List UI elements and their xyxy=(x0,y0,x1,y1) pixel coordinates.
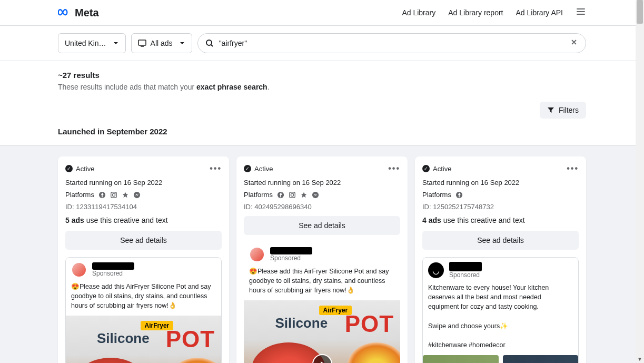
scroll-thumb[interactable] xyxy=(637,0,643,24)
pot-text: POT xyxy=(166,326,215,352)
ad-card: ✓ Active ••• Started running on 16 Sep 2… xyxy=(415,156,586,363)
nav-ad-library[interactable]: Ad Library xyxy=(402,8,435,17)
ad-preview: ◡ Sponsored Kitchenware to every house! … xyxy=(422,257,579,363)
filters-label: Filters xyxy=(559,106,579,114)
started-running: Started running on 16 Sep 2022 xyxy=(244,179,400,187)
advertiser-row: Sponsored xyxy=(66,258,221,282)
search-input[interactable] xyxy=(214,39,570,47)
ad-creative-image: AirFryer Silicone POT xyxy=(66,316,221,363)
advertiser-avatar: ◡ xyxy=(428,262,444,278)
advertiser-avatar xyxy=(71,262,87,278)
silicone-text: Silicone xyxy=(97,330,150,347)
check-icon: ✓ xyxy=(422,165,430,172)
svg-rect-8 xyxy=(290,192,295,198)
facebook-icon xyxy=(455,191,463,199)
status-text: Active xyxy=(433,165,451,173)
creative-count: 5 ads use this creative and text xyxy=(65,216,222,224)
filters-row: Filters xyxy=(0,96,644,124)
country-selector[interactable]: United Kin… xyxy=(58,33,126,53)
audience-network-icon xyxy=(300,191,308,199)
ad-id: ID: 1250252175748732 xyxy=(422,203,579,211)
ad-creative-carousel[interactable]: Best Selling Kitchenware Best Selling Ki… xyxy=(423,355,578,363)
ad-text-line: Swipe and choose yours✨ xyxy=(428,321,573,331)
carousel-tile[interactable]: Best Selling Kitchenware xyxy=(503,355,579,363)
filter-icon xyxy=(547,106,554,114)
chevron-down-icon xyxy=(113,40,119,46)
ad-creative-image: AirFryer Silicone POT xyxy=(244,300,400,363)
creative-count-num: 5 ads xyxy=(65,216,84,224)
carousel-tile[interactable]: Best Selling Kitchenware xyxy=(423,355,499,363)
instagram-icon xyxy=(289,191,296,199)
advertiser-row: Sponsored xyxy=(244,242,400,267)
sponsored-label: Sponsored xyxy=(270,254,312,262)
search-row: United Kin… All ads xyxy=(0,25,644,61)
menu-icon[interactable] xyxy=(576,6,586,19)
scrollbar[interactable]: ▲ ▼ xyxy=(636,0,644,363)
platforms-row: Platforms xyxy=(244,191,400,199)
status-badge: ✓ Active xyxy=(244,165,273,173)
see-ad-details-button[interactable]: See ad details xyxy=(65,231,222,250)
clear-search-icon[interactable] xyxy=(570,38,578,48)
advertiser-name-redacted xyxy=(92,262,134,270)
advertiser-name-redacted xyxy=(270,247,312,254)
results-subtitle-bold: exact phrase search xyxy=(196,83,267,91)
food-bowl-graphic xyxy=(169,358,221,363)
more-icon[interactable]: ••• xyxy=(210,164,222,173)
facebook-icon xyxy=(98,191,106,199)
meta-infinity-icon xyxy=(58,6,72,19)
search-box[interactable] xyxy=(197,33,586,53)
filters-button[interactable]: Filters xyxy=(540,102,586,119)
platforms-row: Platforms xyxy=(422,191,579,199)
pot-text: POT xyxy=(345,311,394,337)
scroll-down-icon[interactable]: ▼ xyxy=(637,356,642,362)
results-subtitle-suffix: . xyxy=(267,83,270,91)
creative-count: 4 ads use this creative and text xyxy=(422,216,579,224)
ad-type-label: All ads xyxy=(151,39,173,47)
nav-ad-library-api[interactable]: Ad Library API xyxy=(516,8,563,17)
started-running: Started running on 16 Sep 2022 xyxy=(65,179,222,187)
ad-body-text: 😍Please add this AirFryer Silicone Pot a… xyxy=(244,267,400,300)
see-ad-details-button[interactable]: See ad details xyxy=(244,216,400,235)
instagram-icon xyxy=(110,191,117,199)
ad-type-selector[interactable]: All ads xyxy=(131,33,192,53)
ad-card: ✓ Active ••• Started running on 16 Sep 2… xyxy=(236,156,408,363)
ad-text-hashtags: #kitchenware #homedecor xyxy=(428,340,573,350)
platforms-label: Platforms xyxy=(244,191,273,199)
messenger-icon xyxy=(133,191,141,199)
section-title: Launched in September 2022 xyxy=(0,124,644,145)
advertiser-name-redacted xyxy=(449,262,482,271)
ad-body-text: 😍Please add this AirFryer Silicone Pot a… xyxy=(66,282,221,316)
meta-logo[interactable]: Meta xyxy=(58,6,99,19)
started-running: Started running on 16 Sep 2022 xyxy=(422,179,579,187)
svg-point-5 xyxy=(115,193,115,193)
svg-point-1 xyxy=(206,40,212,45)
nav-ad-library-report[interactable]: Ad Library report xyxy=(448,8,503,17)
results-subtitle: These results include ads that match you… xyxy=(58,83,586,91)
see-ad-details-button[interactable]: See ad details xyxy=(422,231,579,250)
ad-card: ✓ Active ••• Started running on 16 Sep 2… xyxy=(58,156,229,363)
topbar: Meta Ad Library Ad Library report Ad Lib… xyxy=(0,0,644,25)
svg-point-4 xyxy=(112,193,115,196)
platforms-row: Platforms xyxy=(65,191,222,199)
status-text: Active xyxy=(254,165,273,173)
check-icon: ✓ xyxy=(65,165,73,172)
svg-rect-3 xyxy=(111,192,117,198)
status-badge: ✓ Active xyxy=(65,165,94,173)
svg-point-10 xyxy=(293,193,294,193)
sponsored-label: Sponsored xyxy=(449,271,482,279)
more-icon[interactable]: ••• xyxy=(567,164,579,173)
ad-preview: Sponsored 😍Please add this AirFryer Sili… xyxy=(65,257,222,363)
ad-id: ID: 402495298696340 xyxy=(244,203,400,211)
status-text: Active xyxy=(76,165,94,173)
audience-network-icon xyxy=(122,191,129,199)
food-bowl-graphic xyxy=(348,342,400,363)
results-subtitle-prefix: These results include ads that match you… xyxy=(58,83,196,91)
ad-id: ID: 1233119417534104 xyxy=(65,203,222,211)
creative-count-num: 4 ads xyxy=(422,216,441,224)
nav-links: Ad Library Ad Library report Ad Library … xyxy=(402,6,586,19)
ad-text-line: Kitchenware to every house! Your kitchen… xyxy=(428,283,573,311)
creative-count-text: use this creative and text xyxy=(84,216,168,224)
platforms-label: Platforms xyxy=(422,191,451,199)
more-icon[interactable]: ••• xyxy=(388,164,400,173)
silicone-text: Silicone xyxy=(275,315,328,331)
